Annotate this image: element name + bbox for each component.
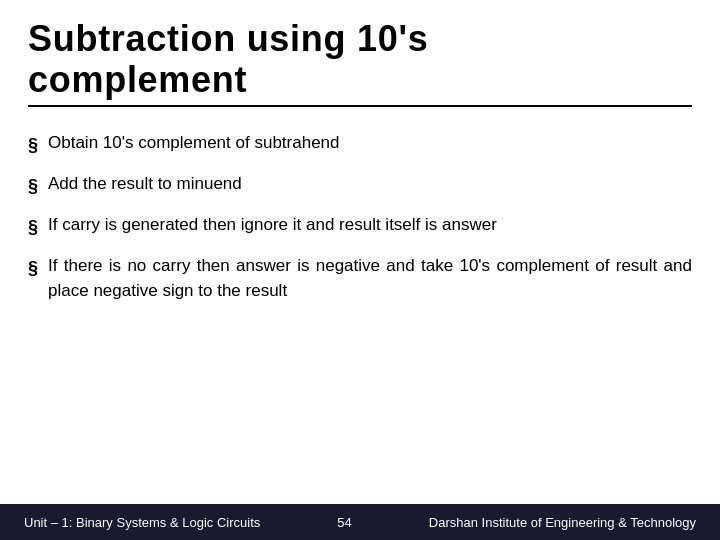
footer: Unit – 1: Binary Systems & Logic Circuit…: [0, 504, 720, 540]
title-underline: [28, 105, 692, 107]
title-section: Subtraction using 10's complement: [28, 18, 692, 125]
bullet-symbol-4: §: [28, 255, 38, 281]
title-line1: Subtraction using 10's: [28, 18, 428, 59]
bullet-list: § Obtain 10's complement of subtrahend §…: [28, 131, 692, 318]
bullet-text-1: Obtain 10's complement of subtrahend: [48, 131, 692, 156]
footer-center: 54: [337, 515, 351, 530]
list-item: § Obtain 10's complement of subtrahend: [28, 131, 692, 158]
bullet-symbol-2: §: [28, 173, 38, 199]
bullet-text-2: Add the result to minuend: [48, 172, 692, 197]
main-container: Subtraction using 10's complement § Obta…: [0, 0, 720, 540]
list-item: § Add the result to minuend: [28, 172, 692, 199]
footer-right: Darshan Institute of Engineering & Techn…: [429, 515, 696, 530]
list-item: § If there is no carry then answer is ne…: [28, 254, 692, 303]
bullet-symbol-3: §: [28, 214, 38, 240]
bullet-symbol-1: §: [28, 132, 38, 158]
title-line2: complement: [28, 59, 247, 100]
footer-left: Unit – 1: Binary Systems & Logic Circuit…: [24, 515, 260, 530]
page-title: Subtraction using 10's complement: [28, 18, 692, 101]
bullet-text-4: If there is no carry then answer is nega…: [48, 254, 692, 303]
bullet-text-3: If carry is generated then ignore it and…: [48, 213, 692, 238]
list-item: § If carry is generated then ignore it a…: [28, 213, 692, 240]
